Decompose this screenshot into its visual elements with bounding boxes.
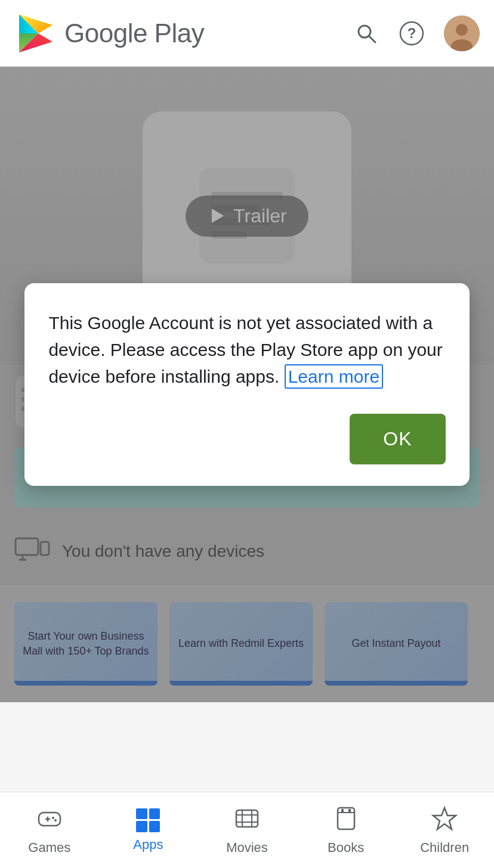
learn-more-link[interactable]: Learn more xyxy=(285,364,383,389)
movie-icon xyxy=(234,805,260,835)
svg-marker-39 xyxy=(433,808,456,829)
nav-children[interactable]: Children xyxy=(395,792,494,868)
ok-button[interactable]: OK xyxy=(350,414,445,464)
nav-children-label: Children xyxy=(420,840,469,855)
nav-apps[interactable]: Apps xyxy=(99,792,198,868)
dialog-actions: OK xyxy=(48,414,445,464)
header-title: Google Play xyxy=(64,18,204,48)
dialog: This Google Account is not yet associate… xyxy=(24,283,469,486)
svg-text:?: ? xyxy=(407,25,416,41)
modal-wrapper: This Google Account is not yet associate… xyxy=(0,67,494,702)
nav-movies-label: Movies xyxy=(226,840,268,855)
header: Google Play ? xyxy=(0,0,494,67)
bottom-nav: Games Apps Movies xyxy=(0,792,494,868)
search-icon[interactable] xyxy=(353,20,379,46)
nav-apps-label: Apps xyxy=(133,837,163,852)
nav-books[interactable]: Books xyxy=(297,792,396,868)
gamepad-icon xyxy=(36,805,63,835)
dialog-container: This Google Account is not yet associate… xyxy=(0,67,494,702)
nav-books-label: Books xyxy=(328,840,364,855)
svg-point-28 xyxy=(52,817,54,819)
logo-area: Google Play xyxy=(14,12,204,55)
avatar-image xyxy=(444,16,480,51)
svg-rect-38 xyxy=(348,809,351,813)
svg-point-9 xyxy=(456,24,468,36)
book-icon xyxy=(333,805,359,835)
svg-rect-30 xyxy=(236,810,258,827)
google-play-logo-icon xyxy=(14,12,57,55)
star-icon xyxy=(431,805,458,835)
apps-grid-icon xyxy=(136,808,160,832)
avatar[interactable] xyxy=(444,16,480,51)
header-icons: ? xyxy=(353,16,480,51)
main-content: Trailer REDMIL Business Mall – Install o… xyxy=(0,67,494,702)
dialog-message-text: This Google Account is not yet associate… xyxy=(48,313,442,386)
help-icon[interactable]: ? xyxy=(399,20,425,46)
svg-rect-35 xyxy=(338,808,354,829)
nav-games[interactable]: Games xyxy=(0,792,99,868)
svg-line-5 xyxy=(369,36,375,42)
nav-games-label: Games xyxy=(28,840,70,855)
svg-rect-37 xyxy=(341,809,344,813)
nav-movies[interactable]: Movies xyxy=(197,792,297,868)
svg-point-29 xyxy=(54,819,57,822)
dialog-message: This Google Account is not yet associate… xyxy=(48,309,445,390)
